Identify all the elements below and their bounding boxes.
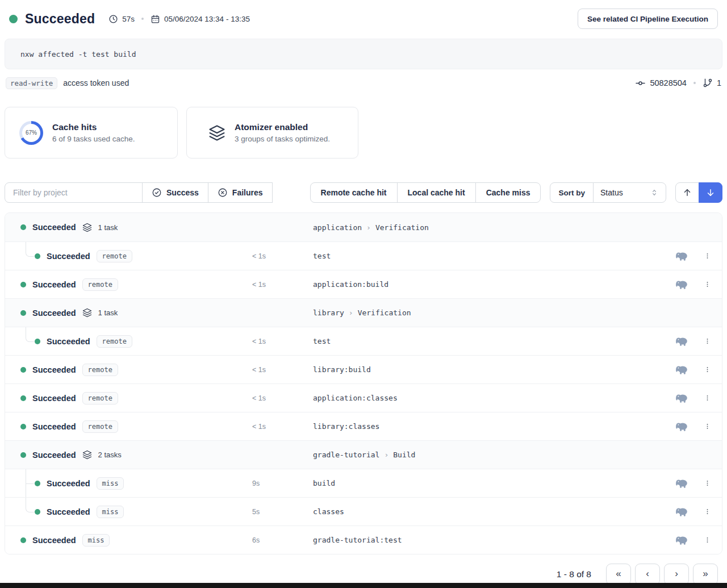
row-status: Succeeded — [32, 365, 76, 374]
task-duration: < 1s — [252, 423, 313, 431]
task-row[interactable]: Succeeded remote < 1s test — [5, 327, 722, 355]
pagination-prev-button[interactable]: ‹ — [635, 564, 660, 585]
sort-select-value: Status — [600, 188, 623, 197]
row-status: Succeeded — [32, 223, 76, 232]
cache-status-badge: remote — [82, 364, 118, 376]
gradle-icon[interactable] — [675, 535, 688, 545]
task-row[interactable]: Succeeded remote < 1s library:build — [5, 355, 722, 383]
gradle-icon[interactable] — [675, 336, 688, 347]
kebab-menu-icon[interactable] — [703, 365, 712, 374]
failures-filter-button[interactable]: Failures — [208, 182, 273, 203]
cache-status-badge: miss — [97, 506, 124, 518]
status-dot — [35, 253, 40, 259]
row-status: Succeeded — [47, 337, 90, 346]
success-filter-button[interactable]: Success — [142, 182, 208, 203]
project-name: library — [313, 308, 344, 317]
filter-project-input[interactable] — [5, 182, 143, 203]
sort-direction-group — [675, 182, 722, 203]
gradle-icon[interactable] — [675, 279, 688, 290]
gradle-icon[interactable] — [675, 393, 688, 403]
access-token-badge: read-write — [6, 77, 57, 89]
task-name: test — [313, 337, 675, 345]
kebab-menu-icon[interactable] — [703, 422, 712, 431]
project-name: application — [313, 223, 362, 232]
tasks-count: 2 tasks — [98, 451, 122, 459]
gradle-icon[interactable] — [675, 251, 688, 261]
duration-label: 57s — [122, 15, 135, 23]
group-row[interactable]: Succeeded 1 task library › Verification — [5, 298, 722, 327]
status-dot — [20, 224, 26, 230]
cache-status-badge: remote — [97, 335, 132, 348]
kebab-menu-icon[interactable] — [703, 280, 712, 289]
task-name: test — [313, 252, 675, 260]
task-row[interactable]: Succeeded remote < 1s test — [5, 241, 722, 270]
task-name: application:build — [313, 280, 675, 289]
row-status: Succeeded — [32, 394, 76, 403]
kebab-menu-icon[interactable] — [703, 507, 712, 516]
arrow-down-icon — [705, 187, 716, 198]
kebab-menu-icon[interactable] — [703, 535, 712, 545]
group-row[interactable]: Succeeded 2 tasks gradle-tutorial › Buil… — [5, 440, 722, 469]
cache-hits-card[interactable]: 67% Cache hits 6 of 9 tasks used cache. — [5, 107, 178, 159]
cache-card-subtitle: 6 of 9 tasks used cache. — [52, 135, 135, 143]
task-name: library:classes — [313, 422, 675, 431]
kebab-menu-icon[interactable] — [703, 251, 712, 261]
tasks-count: 1 task — [98, 308, 118, 317]
kebab-menu-icon[interactable] — [703, 393, 712, 403]
commit-icon — [635, 78, 646, 89]
calendar-icon — [151, 14, 160, 24]
bottom-bar — [0, 583, 727, 588]
task-row[interactable]: Succeeded miss 6s gradle-tutorial:test — [5, 526, 722, 554]
atomizer-card[interactable]: Atomizer enabled 3 groups of tasks optim… — [186, 107, 358, 159]
cache-status-badge: miss — [97, 477, 124, 490]
sort-descending-button[interactable] — [699, 182, 722, 203]
task-row[interactable]: Succeeded remote < 1s library:classes — [5, 412, 722, 440]
sort-ascending-button[interactable] — [675, 182, 699, 203]
task-row[interactable]: Succeeded remote < 1s application:build — [5, 270, 722, 298]
sort-group: Sort by Status — [550, 182, 666, 203]
gradle-icon[interactable] — [675, 478, 688, 489]
status-dot — [35, 339, 40, 344]
pagination-next-button[interactable]: › — [664, 564, 689, 585]
sort-select[interactable]: Status — [593, 182, 666, 203]
task-row[interactable]: Succeeded miss 9s build — [5, 469, 722, 497]
cache-percent: 67% — [22, 124, 40, 142]
project-name: gradle-tutorial — [313, 451, 379, 459]
pagination-last-button[interactable]: » — [693, 564, 718, 585]
task-row[interactable]: Succeeded remote < 1s application:classe… — [5, 383, 722, 412]
commit-id[interactable]: 50828504 — [650, 78, 687, 87]
check-circle-icon — [152, 187, 162, 198]
task-row[interactable]: Succeeded miss 5s classes — [5, 497, 722, 526]
task-duration: < 1s — [252, 281, 313, 289]
group-row[interactable]: Succeeded 1 task application › Verificat… — [5, 213, 722, 241]
x-circle-icon — [218, 187, 228, 198]
kebab-menu-icon[interactable] — [703, 478, 712, 488]
gradle-icon[interactable] — [675, 364, 688, 375]
layers-icon — [82, 223, 92, 232]
cache-status-badge: remote — [82, 420, 118, 433]
clock-icon — [108, 14, 118, 24]
see-related-ci-pipeline-button[interactable]: See related CI Pipeline Execution — [578, 9, 718, 29]
tasks-count: 1 task — [98, 223, 118, 232]
target-name: Verification — [358, 308, 411, 317]
gradle-icon[interactable] — [675, 506, 688, 517]
row-status: Succeeded — [32, 451, 76, 460]
task-duration: < 1s — [252, 394, 313, 402]
task-name: gradle-tutorial:test — [313, 536, 675, 544]
target-name: Build — [393, 451, 415, 459]
target-name: Verification — [375, 223, 429, 232]
run-header: Succeeded 57s 05/06/2024 13:34 - 13:35 S… — [9, 8, 718, 30]
gradle-icon[interactable] — [675, 421, 688, 432]
cache-status-badge: remote — [82, 392, 118, 404]
remote-cache-hit-button[interactable]: Remote cache hit — [310, 182, 398, 203]
tree-connector — [26, 469, 34, 497]
pagination-first-button[interactable]: « — [606, 564, 631, 585]
cache-miss-button[interactable]: Cache miss — [475, 182, 541, 203]
page-title: Succeeded — [25, 11, 95, 27]
status-dot — [35, 509, 40, 515]
kebab-menu-icon[interactable] — [703, 336, 712, 346]
row-status: Succeeded — [47, 252, 90, 261]
chevron-right-icon: › — [384, 451, 388, 459]
access-token-label: access token used — [63, 78, 129, 87]
local-cache-hit-button[interactable]: Local cache hit — [397, 182, 476, 203]
